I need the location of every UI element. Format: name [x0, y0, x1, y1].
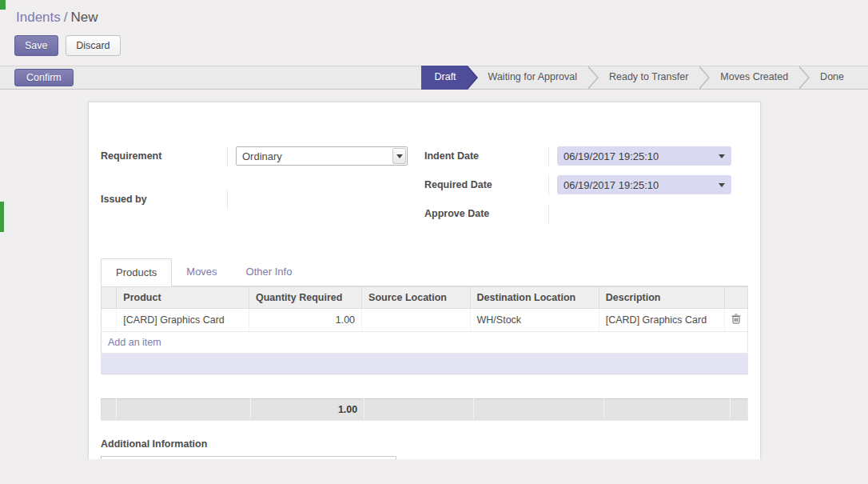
new-row-highlight[interactable] — [101, 354, 748, 374]
tab-products[interactable]: Products — [101, 258, 172, 286]
destination-location-cell[interactable]: WH/Stock — [470, 309, 599, 332]
requirement-select[interactable]: Ordinary — [236, 146, 408, 166]
left-field-column: Requirement Ordinary Issued by — [101, 146, 424, 224]
table-row[interactable]: [CARD] Graphics Card 1.00 WH/Stock [CARD… — [102, 309, 748, 332]
quantity-column-header[interactable]: Quantity Required — [249, 287, 361, 309]
statusbar: Confirm Draft Waiting for Approval Ready… — [0, 66, 868, 90]
requirement-label: Requirement — [101, 146, 227, 162]
status-step-draft[interactable]: Draft — [421, 66, 467, 90]
handle-column-header — [102, 287, 117, 309]
breadcrumb: Indents/New — [16, 10, 854, 26]
status-step-moves-created[interactable]: Moves Created — [699, 66, 799, 90]
status-step-waiting-for-approval[interactable]: Waiting for Approval — [468, 66, 588, 90]
requirement-value: Ordinary — [242, 150, 282, 162]
source-location-column-header[interactable]: Source Location — [362, 287, 470, 309]
delete-column-header — [724, 287, 747, 309]
additional-note-textarea[interactable] — [101, 456, 396, 459]
products-table: Product Quantity Required Source Locatio… — [101, 286, 748, 354]
required-date-label: Required Date — [424, 175, 548, 190]
quantity-total: 1.00 — [250, 399, 364, 421]
toolbar: Save Discard — [14, 35, 854, 56]
indent-date-label: Indent Date — [424, 146, 548, 162]
indent-date-field[interactable]: 06/19/2017 19:25:10 — [557, 146, 731, 166]
status-steps: Draft Waiting for Approval Ready to Tran… — [421, 66, 868, 90]
approve-date-field[interactable] — [557, 204, 731, 222]
trash-icon[interactable] — [731, 314, 741, 326]
discard-button[interactable]: Discard — [66, 35, 120, 56]
top-left-green-fragment — [0, 0, 6, 10]
products-table-header-row: Product Quantity Required Source Locatio… — [102, 287, 748, 309]
delete-row-cell[interactable] — [724, 309, 747, 332]
status-step-ready-to-transfer[interactable]: Ready to Transfer — [588, 66, 699, 90]
additional-information-label: Additional Information — [101, 438, 748, 450]
approve-date-label: Approve Date — [424, 204, 548, 219]
tab-other-info[interactable]: Other Info — [232, 258, 307, 286]
caret-down-icon — [719, 183, 725, 187]
notebook-tabs: Products Moves Other Info — [101, 258, 748, 286]
quantity-cell[interactable]: 1.00 — [249, 309, 361, 332]
breadcrumb-current: New — [71, 10, 98, 25]
required-date-value: 06/19/2017 19:25:10 — [563, 179, 659, 191]
top-header: Indents/New Save Discard — [0, 0, 868, 66]
breadcrumb-indents-link[interactable]: Indents — [16, 10, 61, 25]
totals-row: 1.00 — [102, 399, 748, 421]
select-dropdown-button[interactable] — [392, 148, 406, 164]
required-date-field[interactable]: 06/19/2017 19:25:10 — [557, 175, 731, 194]
caret-down-icon — [396, 154, 403, 158]
tab-moves[interactable]: Moves — [172, 258, 231, 286]
product-cell[interactable]: [CARD] Graphics Card — [117, 309, 249, 332]
right-field-column: Indent Date 06/19/2017 19:25:10 Required… — [424, 146, 748, 224]
add-item-row: Add an item — [102, 332, 748, 354]
description-cell[interactable]: [CARD] Graphics Card — [599, 309, 724, 332]
left-edge-green-fragment — [0, 202, 4, 232]
form-sheet: Requirement Ordinary Issued by Indent Da… — [88, 102, 761, 459]
row-handle-cell — [102, 309, 117, 332]
save-button[interactable]: Save — [14, 35, 58, 56]
indent-date-value: 06/19/2017 19:25:10 — [563, 150, 659, 162]
product-column-header[interactable]: Product — [117, 287, 249, 309]
field-grid: Requirement Ordinary Issued by Indent Da… — [101, 146, 748, 224]
totals-bar: 1.00 — [101, 398, 748, 421]
source-location-cell[interactable] — [362, 309, 470, 332]
issued-by-label: Issued by — [101, 190, 227, 205]
caret-down-icon — [719, 154, 725, 158]
breadcrumb-separator: / — [61, 10, 71, 25]
add-an-item-link[interactable]: Add an item — [108, 337, 161, 348]
description-column-header[interactable]: Description — [599, 287, 724, 309]
destination-location-column-header[interactable]: Destination Location — [470, 287, 599, 309]
confirm-button[interactable]: Confirm — [14, 69, 74, 86]
issued-by-field[interactable] — [236, 190, 410, 207]
form-area: Requirement Ordinary Issued by Indent Da… — [0, 90, 868, 459]
